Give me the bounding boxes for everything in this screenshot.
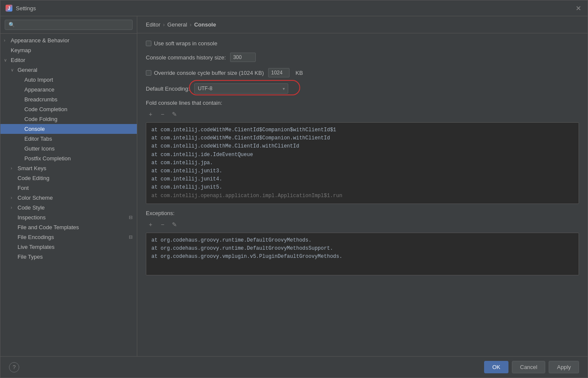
inspections-settings-icon: ⊟ xyxy=(129,215,133,220)
list-item: at com.intellij.openapi.application.impl… xyxy=(151,192,573,200)
close-button[interactable]: ✕ xyxy=(574,4,582,12)
footer-right: OK Cancel Apply xyxy=(484,361,579,373)
encoding-row: Default Encoding: UTF-8 UTF-16 ISO-8859-… xyxy=(146,83,579,94)
list-item: at com.intellij.codeWithMe.ClientId$Comp… xyxy=(151,134,573,142)
ok-button[interactable]: OK xyxy=(484,361,508,373)
sidebar-item-code-folding[interactable]: Code Folding xyxy=(0,114,137,124)
list-item: at com.intellij.ide.IdeEventQueue xyxy=(151,151,573,159)
sidebar-item-label: Color Scheme xyxy=(18,195,53,201)
sidebar-item-label: Code Folding xyxy=(24,116,57,122)
collapse-arrow: › xyxy=(11,205,16,210)
exceptions-add-button[interactable]: + xyxy=(146,220,155,229)
title-bar: J Settings ✕ xyxy=(0,0,588,16)
fold-remove-button[interactable]: − xyxy=(158,109,167,119)
sidebar-item-label: Appearance xyxy=(24,86,54,93)
exceptions-list: at org.codehaus.groovy.runtime.DefaultGr… xyxy=(146,233,579,275)
settings-dialog: J Settings ✕ › Appearance & Behavior Key… xyxy=(0,0,588,378)
exceptions-toolbar: + − ✎ xyxy=(146,220,579,229)
breadcrumb-sep-1: › xyxy=(163,21,165,28)
sidebar-item-editor-tabs[interactable]: Editor Tabs xyxy=(0,134,137,144)
sidebar-item-label: Editor xyxy=(11,57,25,63)
sidebar-item-code-completion[interactable]: Code Completion xyxy=(0,104,137,114)
search-box xyxy=(0,16,137,34)
sidebar-item-appearance[interactable]: Appearance xyxy=(0,85,137,94)
list-item: at com.intellij.junit5. xyxy=(151,183,573,192)
sidebar-item-inspections[interactable]: Inspections ⊟ xyxy=(0,213,137,222)
fold-toolbar: + − ✎ xyxy=(146,109,579,119)
sidebar-item-label: Inspections xyxy=(18,214,46,221)
sidebar-item-keymap[interactable]: Keymap xyxy=(0,45,137,55)
search-input[interactable] xyxy=(5,20,133,30)
sidebar-item-label: Keymap xyxy=(11,47,31,53)
sidebar-item-label: File Encodings xyxy=(18,234,54,240)
fold-edit-button[interactable]: ✎ xyxy=(170,109,179,119)
help-button[interactable]: ? xyxy=(9,362,19,372)
soft-wraps-label[interactable]: Use soft wraps in console xyxy=(146,40,217,47)
history-size-input[interactable] xyxy=(230,53,256,62)
list-item: at com.intellij.codeWithMe.ClientId.with… xyxy=(151,142,573,151)
sidebar-item-label: Code Style xyxy=(18,204,45,211)
exceptions-label: Exceptions: xyxy=(146,210,579,216)
sidebar-item-label: Live Templates xyxy=(18,244,54,250)
sidebar-item-label: Auto Import xyxy=(24,77,53,83)
title-bar-left: J Settings xyxy=(6,5,36,12)
collapse-arrow: › xyxy=(11,166,16,171)
list-item: at org.codehaus.groovy.runtime.DefaultGr… xyxy=(151,236,573,245)
sidebar-item-postfix-completion[interactable]: Postfix Completion xyxy=(0,154,137,163)
encoding-select[interactable]: UTF-8 UTF-16 ISO-8859-1 Windows-1252 US-… xyxy=(194,83,288,94)
fold-add-button[interactable]: + xyxy=(146,109,155,119)
encoding-label: Default Encoding: xyxy=(146,86,190,92)
encoding-highlight: UTF-8 UTF-16 ISO-8859-1 Windows-1252 US-… xyxy=(194,83,288,94)
sidebar-item-appearance-behavior[interactable]: › Appearance & Behavior xyxy=(0,35,137,45)
override-buffer-label[interactable]: Override console cycle buffer size (1024… xyxy=(146,70,264,76)
sidebar-item-label: Smart Keys xyxy=(18,165,46,171)
exceptions-remove-button[interactable]: − xyxy=(158,220,167,229)
cancel-button[interactable]: Cancel xyxy=(512,361,545,373)
sidebar-item-label: Postfix Completion xyxy=(24,155,71,162)
encoding-select-wrapper: UTF-8 UTF-16 ISO-8859-1 Windows-1252 US-… xyxy=(194,83,288,94)
sidebar-item-label: File and Code Templates xyxy=(18,224,79,230)
sidebar-item-label: Code Editing xyxy=(18,175,49,181)
sidebar-item-file-types[interactable]: File Types xyxy=(0,252,137,262)
sidebar-item-label: Gutter Icons xyxy=(24,145,55,152)
override-buffer-text: Override console cycle buffer size (1024… xyxy=(154,70,264,76)
main-content: › Appearance & Behavior Keymap ∨ Editor … xyxy=(0,16,588,356)
override-buffer-input[interactable] xyxy=(268,68,290,77)
sidebar-item-file-code-templates[interactable]: File and Code Templates xyxy=(0,222,137,232)
override-buffer-checkbox[interactable] xyxy=(146,70,151,76)
sidebar-item-auto-import[interactable]: Auto Import xyxy=(0,75,137,85)
footer: ? OK Cancel Apply xyxy=(0,356,588,378)
apply-button[interactable]: Apply xyxy=(549,361,579,373)
sidebar-item-code-style[interactable]: › Code Style xyxy=(0,203,137,213)
sidebar-item-console[interactable]: Console xyxy=(0,124,137,134)
sidebar-item-smart-keys[interactable]: › Smart Keys xyxy=(0,163,137,173)
exceptions-edit-button[interactable]: ✎ xyxy=(170,220,179,229)
sidebar-item-file-encodings[interactable]: File Encodings ⊟ xyxy=(0,232,137,242)
history-size-label: Console commands history size: xyxy=(146,54,226,61)
collapse-arrow: › xyxy=(11,195,16,200)
sidebar-tree: › Appearance & Behavior Keymap ∨ Editor … xyxy=(0,34,137,356)
collapse-arrow: ∨ xyxy=(4,58,9,62)
kb-label: KB xyxy=(295,70,303,76)
sidebar-item-gutter-icons[interactable]: Gutter Icons xyxy=(0,144,137,154)
breadcrumb-sep-2: › xyxy=(190,21,192,28)
sidebar-item-color-scheme[interactable]: › Color Scheme xyxy=(0,193,137,203)
sidebar-item-live-templates[interactable]: Live Templates xyxy=(0,242,137,252)
dialog-title: Settings xyxy=(16,5,36,12)
app-icon: J xyxy=(6,5,12,12)
breadcrumb: Editor › General › Console xyxy=(137,16,588,33)
sidebar-item-editor[interactable]: ∨ Editor xyxy=(0,55,137,65)
collapse-arrow: ∨ xyxy=(11,68,16,72)
soft-wraps-checkbox[interactable] xyxy=(146,41,151,46)
sidebar-item-font[interactable]: Font xyxy=(0,183,137,193)
sidebar-item-general[interactable]: ∨ General xyxy=(0,65,137,75)
sidebar-item-code-editing[interactable]: Code Editing xyxy=(0,173,137,183)
sidebar-item-label: Breadcrumbs xyxy=(24,96,57,103)
sidebar: › Appearance & Behavior Keymap ∨ Editor … xyxy=(0,16,137,356)
soft-wraps-text: Use soft wraps in console xyxy=(154,40,217,47)
list-item: at com.intellij.jpa. xyxy=(151,159,573,167)
sidebar-item-label: Console xyxy=(24,126,45,132)
list-item: at com.intellij.junit3. xyxy=(151,167,573,175)
sidebar-item-breadcrumbs[interactable]: Breadcrumbs xyxy=(0,94,137,104)
sidebar-item-label: Font xyxy=(18,185,29,191)
